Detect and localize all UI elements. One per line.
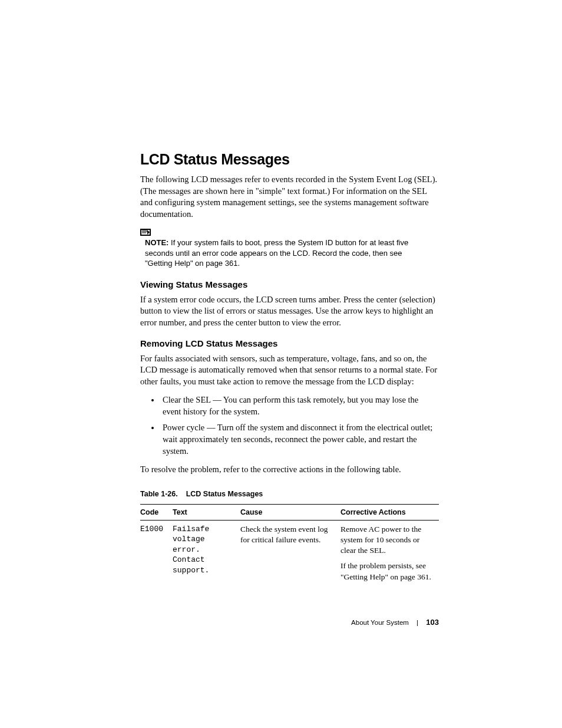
cell-text: Failsafe voltage error. Contact support. xyxy=(173,520,240,591)
th-actions: Corrective Actions xyxy=(340,504,439,520)
footer-separator: | xyxy=(416,619,418,626)
list-item: Power cycle — Turn off the system and di… xyxy=(160,422,439,457)
page-title: LCD Status Messages xyxy=(140,151,439,168)
th-code: Code xyxy=(140,504,173,520)
table-header-row: Code Text Cause Corrective Actions xyxy=(140,504,439,520)
table-number: Table 1-26. xyxy=(140,490,178,498)
intro-paragraph: The following LCD messages refer to even… xyxy=(140,174,439,220)
table-title: LCD Status Messages xyxy=(186,490,263,498)
footer-section: About Your System xyxy=(351,619,409,626)
page-content: LCD Status Messages The following LCD me… xyxy=(140,151,439,591)
action-paragraph: Remove AC power to the system for 10 sec… xyxy=(340,524,433,556)
note-body: If your system fails to boot, press the … xyxy=(145,238,408,268)
cell-code: E1000 xyxy=(140,520,173,591)
text-line: Contact xyxy=(173,555,205,564)
cell-cause: Check the system event log for critical … xyxy=(240,520,340,591)
subheading-viewing: Viewing Status Messages xyxy=(140,279,439,289)
text-line: Failsafe xyxy=(173,525,209,533)
footer-page-number: 103 xyxy=(426,618,439,627)
paragraph-resolve: To resolve the problem, refer to the cor… xyxy=(140,464,439,476)
subheading-removing: Removing LCD Status Messages xyxy=(140,338,439,348)
paragraph-removing-intro: For faults associated with sensors, such… xyxy=(140,353,439,388)
table-caption: Table 1-26.LCD Status Messages xyxy=(140,490,439,498)
cell-actions: Remove AC power to the system for 10 sec… xyxy=(340,520,439,591)
th-text: Text xyxy=(173,504,240,520)
text-line: support. xyxy=(173,566,209,575)
bullet-list: Clear the SEL — You can perform this tas… xyxy=(140,394,439,457)
text-line: error. xyxy=(173,545,200,554)
note-text: NOTE: If your system fails to boot, pres… xyxy=(145,238,427,269)
paragraph-viewing: If a system error code occurs, the LCD s… xyxy=(140,294,439,329)
lcd-status-table: Code Text Cause Corrective Actions E1000… xyxy=(140,504,439,591)
note-block: NOTE: If your system fails to boot, pres… xyxy=(140,227,439,269)
note-label: NOTE: xyxy=(145,238,168,247)
action-paragraph: If the problem persists, see "Getting He… xyxy=(340,561,433,582)
note-icon xyxy=(140,228,151,236)
table-row: E1000 Failsafe voltage error. Contact su… xyxy=(140,520,439,591)
list-item: Clear the SEL — You can perform this tas… xyxy=(160,394,439,417)
text-line: voltage xyxy=(173,535,205,543)
th-cause: Cause xyxy=(240,504,340,520)
page-footer: About Your System | 103 xyxy=(351,618,439,627)
